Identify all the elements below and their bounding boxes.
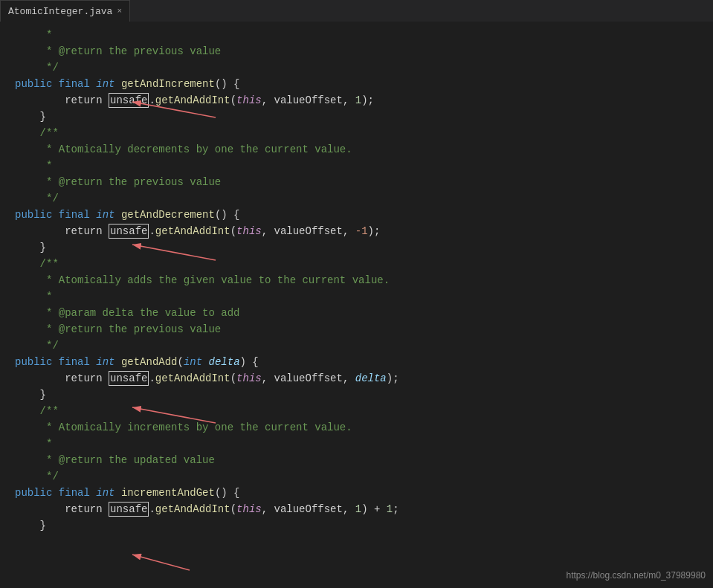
code-line: * @return the updated value [15, 452, 713, 468]
code-line: * @return the previous value [15, 174, 713, 190]
code-line: * Atomically decrements by one the curre… [15, 141, 713, 158]
code-line: */ [15, 190, 713, 207]
code-line: * [15, 288, 713, 305]
code-line: public final int getAndAdd(int delta) { [15, 354, 713, 370]
code-line: public final int incrementAndGet() { [15, 485, 713, 501]
code-line: return unsafe.getAndAddInt(this, valueOf… [15, 223, 713, 239]
code-line: } [15, 109, 713, 125]
code-line: public final int getAndIncrement() { [15, 76, 713, 92]
code-line: */ [15, 337, 713, 354]
code-line: * [15, 27, 713, 43]
code-line: public final int getAndDecrement() { [15, 207, 713, 223]
code-line: return unsafe.getAndAddInt(this, valueOf… [15, 92, 713, 109]
code-line: * Atomically increments by one the curre… [15, 419, 713, 436]
code-line: * @param delta the value to add [15, 305, 713, 321]
code-line: * @return the previous value [15, 43, 713, 59]
code-line: } [15, 517, 713, 534]
code-line: /** [15, 403, 713, 419]
code-line: * Atomically adds the given value to the… [15, 272, 713, 288]
code-line: } [15, 239, 713, 256]
tab-bar: AtomicInteger.java × [0, 0, 713, 22]
code-line: /** [15, 125, 713, 141]
svg-line-4 [132, 555, 190, 570]
file-tab[interactable]: AtomicInteger.java × [0, 0, 130, 22]
code-section-2: /** * Atomically decrements by one the c… [15, 125, 713, 256]
close-icon[interactable]: × [117, 7, 122, 16]
code-section-1: * * @return the previous value */ public… [15, 27, 713, 125]
code-line: return unsafe.getAndAddInt(this, valueOf… [15, 501, 713, 517]
editor: * * @return the previous value */ public… [0, 22, 713, 588]
code-line: return unsafe.getAndAddInt(this, valueOf… [15, 370, 713, 387]
code-line: } [15, 387, 713, 403]
code-line: * @return the previous value [15, 321, 713, 337]
code-line: */ [15, 59, 713, 76]
code-line: * [15, 158, 713, 174]
tab-filename: AtomicInteger.java [8, 6, 112, 17]
code-section-4: /** * Atomically increments by one the c… [15, 403, 713, 534]
code-line: * [15, 436, 713, 452]
code-line: /** [15, 256, 713, 272]
code-line: */ [15, 468, 713, 485]
watermark: https://blog.csdn.net/m0_37989980 [567, 570, 706, 581]
code-section-3: /** * Atomically adds the given value to… [15, 256, 713, 403]
